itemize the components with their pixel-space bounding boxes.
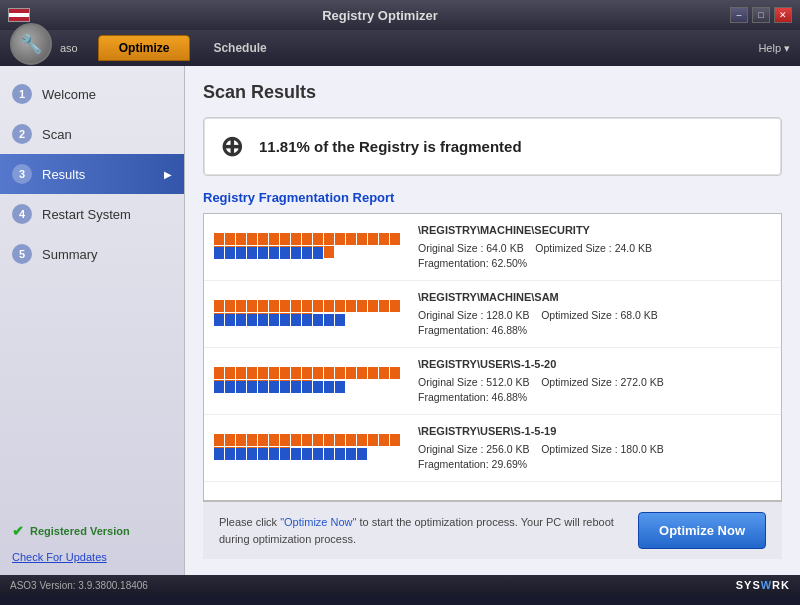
step-1-num: 1: [12, 84, 32, 104]
bottom-text: Please click "Optimize Now" to start the…: [219, 514, 638, 547]
bottom-bar: Please click "Optimize Now" to start the…: [203, 501, 782, 559]
sidebar-item-results[interactable]: 3 Results ▶: [0, 154, 184, 194]
chevron-right-icon: ▶: [164, 169, 172, 180]
check-icon: ✔: [12, 523, 24, 539]
check-updates-link[interactable]: Check For Updates: [0, 547, 184, 567]
frag-info: Fragmentation: 29.69%: [418, 457, 664, 473]
blue-bar: [214, 381, 404, 393]
help-button[interactable]: Help ▾: [758, 42, 790, 55]
registry-path: \REGISTRY\USER\S-1-5-20: [418, 356, 664, 373]
bar-chart: [214, 300, 404, 328]
size-info: Original Size : 256.0 KB Optimized Size …: [418, 442, 664, 458]
tab-schedule[interactable]: Schedule: [192, 35, 287, 61]
sidebar-item-label-scan: Scan: [42, 127, 72, 142]
aso-label: aso: [60, 42, 78, 54]
registry-path: \REGISTRY\MACHINE\SECURITY: [418, 222, 652, 239]
flag-icon: [8, 8, 30, 22]
size-info: Original Size : 512.0 KB Optimized Size …: [418, 375, 664, 391]
logo-wrench-icon: 🔧: [20, 33, 42, 55]
blue-bar: [214, 247, 404, 259]
table-row: \REGISTRY\USER\S-1-5-20 Original Size : …: [204, 348, 781, 415]
alert-text: 11.81% of the Registry is fragmented: [259, 138, 522, 155]
bottom-text-prefix: Please click: [219, 516, 280, 528]
sidebar-item-summary[interactable]: 5 Summary: [0, 234, 184, 274]
frag-info: Fragmentation: 46.88%: [418, 323, 658, 339]
report-title: Registry Fragmentation Report: [203, 190, 782, 205]
optimize-now-link-text: "Optimize Now": [280, 516, 356, 528]
nav-tabs: Optimize Schedule: [98, 35, 759, 61]
version-text: ASO3 Version: 3.9.3800.18406: [10, 580, 148, 591]
content-area: Scan Results ⊕ 11.81% of the Registry is…: [185, 66, 800, 575]
optimize-now-button[interactable]: Optimize Now: [638, 512, 766, 549]
step-3-num: 3: [12, 164, 32, 184]
step-2-num: 2: [12, 124, 32, 144]
app-title: Registry Optimizer: [30, 8, 730, 23]
window-controls: – □ ✕: [730, 7, 792, 23]
row-info: \REGISTRY\MACHINE\SAM Original Size : 12…: [418, 289, 658, 339]
table-row: \REGISTRY\MACHINE\SAM Original Size : 12…: [204, 281, 781, 348]
app-logo: 🔧 aso: [10, 31, 78, 65]
step-4-num: 4: [12, 204, 32, 224]
registered-label: Registered Version: [30, 525, 130, 537]
page-title: Scan Results: [203, 82, 782, 103]
step-5-num: 5: [12, 244, 32, 264]
main-layout: 1 Welcome 2 Scan 3 Results ▶ 4 Restart S…: [0, 66, 800, 575]
logo-icon: 🔧: [10, 23, 52, 65]
sidebar: 1 Welcome 2 Scan 3 Results ▶ 4 Restart S…: [0, 66, 185, 575]
brand-logo: SYSWRK: [736, 579, 790, 591]
registry-path: \REGISTRY\MACHINE\SAM: [418, 289, 658, 306]
maximize-button[interactable]: □: [752, 7, 770, 23]
frag-info: Fragmentation: 46.88%: [418, 390, 664, 406]
row-info: \REGISTRY\USER\S-1-5-19 Original Size : …: [418, 423, 664, 473]
blue-bar: [214, 448, 404, 460]
sidebar-item-label-results: Results: [42, 167, 85, 182]
horizontal-scrollbar[interactable]: ◀ ▶: [204, 500, 781, 501]
bar-chart: [214, 233, 404, 261]
orange-bar: [214, 434, 404, 446]
report-scroll[interactable]: \REGISTRY\MACHINE\SECURITY Original Size…: [204, 214, 781, 500]
table-row: \REGISTRY\MACHINE\SECURITY Original Size…: [204, 214, 781, 281]
report-section: Registry Fragmentation Report \REGISTRY\…: [203, 190, 782, 501]
nav-bar: 🔧 aso Optimize Schedule Help ▾: [0, 30, 800, 66]
sidebar-item-restart[interactable]: 4 Restart System: [0, 194, 184, 234]
frag-info: Fragmentation: 62.50%: [418, 256, 652, 272]
bar-chart: [214, 367, 404, 395]
row-info: \REGISTRY\MACHINE\SECURITY Original Size…: [418, 222, 652, 272]
size-info: Original Size : 128.0 KB Optimized Size …: [418, 308, 658, 324]
close-button[interactable]: ✕: [774, 7, 792, 23]
sidebar-spacer: [0, 274, 184, 515]
report-table: \REGISTRY\MACHINE\SECURITY Original Size…: [203, 213, 782, 501]
tab-optimize[interactable]: Optimize: [98, 35, 191, 61]
row-info: \REGISTRY\USER\S-1-5-20 Original Size : …: [418, 356, 664, 406]
orange-bar: [214, 300, 404, 312]
alert-icon: ⊕: [220, 130, 243, 163]
registered-version: ✔ Registered Version: [0, 515, 184, 547]
sidebar-item-scan[interactable]: 2 Scan: [0, 114, 184, 154]
orange-bar: [214, 233, 404, 245]
minimize-button[interactable]: –: [730, 7, 748, 23]
blue-bar: [214, 314, 404, 326]
status-bar: ASO3 Version: 3.9.3800.18406 SYSWRK: [0, 575, 800, 595]
chevron-down-icon: ▾: [784, 42, 790, 55]
sidebar-item-welcome[interactable]: 1 Welcome: [0, 74, 184, 114]
title-bar: Registry Optimizer – □ ✕: [0, 0, 800, 30]
sidebar-item-label-restart: Restart System: [42, 207, 131, 222]
orange-bar: [214, 367, 404, 379]
bar-chart: [214, 434, 404, 462]
size-info: Original Size : 64.0 KB Optimized Size :…: [418, 241, 652, 257]
table-row: \REGISTRY\USER\S-1-5-19 Original Size : …: [204, 415, 781, 482]
registry-path: \REGISTRY\USER\S-1-5-19: [418, 423, 664, 440]
alert-box: ⊕ 11.81% of the Registry is fragmented: [203, 117, 782, 176]
sidebar-item-label-summary: Summary: [42, 247, 98, 262]
sidebar-item-label-welcome: Welcome: [42, 87, 96, 102]
